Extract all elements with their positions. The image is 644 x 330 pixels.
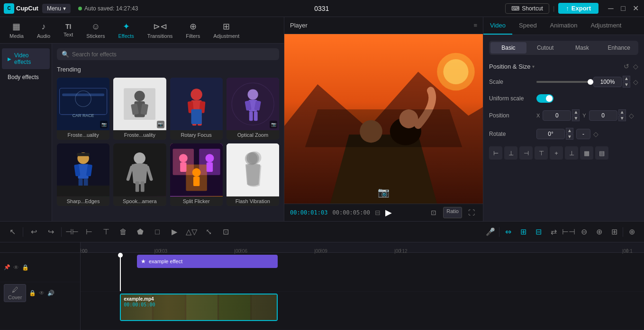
list-view-icon[interactable]: ⊟ — [375, 209, 381, 216]
x-value[interactable]: 0 — [543, 110, 571, 121]
redo-button[interactable]: ↪ — [44, 225, 57, 239]
effect-card-spooky[interactable]: Spook...amera — [113, 143, 166, 205]
tab-adjustment[interactable]: Adjustment — [584, 17, 628, 35]
effect-card-rotary[interactable]: Rotary Focus — [170, 78, 223, 140]
crop2-tool[interactable]: ⊡ — [219, 225, 232, 239]
cut-tool[interactable]: ⊤ — [100, 225, 113, 239]
search-input[interactable] — [72, 51, 274, 58]
menu-button[interactable]: Menu ▾ — [42, 4, 71, 13]
toolbar-stickers[interactable]: ☺ Stickers — [81, 20, 110, 41]
y-value[interactable]: 0 — [589, 110, 617, 121]
scale-slider[interactable] — [536, 81, 590, 83]
mic-icon[interactable]: 🎤 — [484, 225, 497, 239]
video-clip[interactable]: example.mp4 00:00:05:00 — [120, 294, 278, 321]
transform-tool[interactable]: ⤡ — [202, 225, 215, 239]
y-down[interactable]: ▼ — [618, 116, 626, 121]
shortcut-button[interactable]: ⌨ Shortcut — [505, 3, 549, 14]
toolbar-media[interactable]: ▦ Media — [4, 19, 29, 41]
distribute-v[interactable]: ▤ — [595, 146, 608, 160]
toolbar-audio[interactable]: ♪ Audio — [31, 20, 56, 41]
freeze-tool[interactable]: △▽ — [185, 225, 198, 239]
cursor-tool[interactable]: ↖ — [6, 225, 19, 239]
close-button[interactable]: ✕ — [631, 4, 640, 13]
rotate-extra[interactable]: - — [576, 129, 590, 139]
toolbar-filters[interactable]: ⊕ Filters — [180, 19, 206, 41]
player-menu-icon[interactable]: ≡ — [473, 22, 477, 29]
track-lock-icon[interactable]: 🔒 — [29, 290, 36, 296]
scale-down[interactable]: ▼ — [623, 82, 630, 88]
fullscreen-icon[interactable]: ⛶ — [466, 207, 477, 218]
align-left[interactable]: ⊢ — [489, 146, 502, 160]
search-bar[interactable]: 🔍 — [57, 48, 279, 60]
rotate-up[interactable]: ▲ — [566, 128, 573, 134]
delete-tool[interactable]: 🗑 — [117, 225, 130, 239]
rotate-down[interactable]: ▼ — [566, 134, 573, 140]
sidebar-item-video-effects[interactable]: ▶ Video effects — [2, 48, 50, 69]
minimize-button[interactable]: ─ — [606, 4, 616, 13]
position-keyframe[interactable]: ◇ — [629, 112, 634, 119]
trim-tool[interactable]: ⊢ — [82, 225, 96, 239]
toolbar-effects[interactable]: ✦ Effects — [112, 19, 139, 41]
tab-speed[interactable]: Speed — [512, 17, 544, 35]
effect-card-split[interactable]: Split Flicker — [170, 143, 223, 205]
align-center-v[interactable]: + — [550, 146, 563, 160]
scale-keyframe[interactable]: ◇ — [633, 78, 638, 86]
shape-tool[interactable]: ⬟ — [134, 225, 147, 239]
distribute-h[interactable]: ▦ — [580, 146, 593, 160]
effect-card-frosty2[interactable]: 📷 Froste...uality — [113, 78, 166, 140]
effect-card-optical[interactable]: 📷 Optical Zoom — [227, 78, 279, 140]
tab-video[interactable]: Video — [483, 17, 512, 35]
uniform-scale-toggle[interactable] — [536, 94, 553, 103]
tab-animation[interactable]: Animation — [544, 17, 584, 35]
crop-tool[interactable]: □ — [151, 225, 164, 239]
track-eye-icon[interactable]: 👁 — [39, 290, 45, 296]
rotate-keyframe[interactable]: ◇ — [593, 130, 599, 138]
fullscreen-crop-icon[interactable]: ⊡ — [428, 207, 439, 218]
pin-icon[interactable]: 📌 — [4, 264, 10, 270]
undo-button[interactable]: ↩ — [27, 225, 40, 239]
ratio-badge[interactable]: Ratio — [443, 207, 462, 218]
export-button[interactable]: ↑ Export — [558, 3, 599, 14]
playhead[interactable] — [120, 253, 121, 291]
align-top[interactable]: ⊤ — [535, 146, 548, 160]
cover-button[interactable]: 🖊 Cover — [4, 284, 26, 302]
basic-tab-mask[interactable]: Mask — [564, 42, 600, 54]
maximize-button[interactable]: □ — [618, 4, 628, 13]
add-track-icon[interactable]: ⊕ — [625, 225, 638, 239]
merge-clips-icon[interactable]: ⊞ — [517, 225, 530, 239]
toolbar-transitions[interactable]: ⊳⊲ Transitions — [142, 19, 178, 41]
scale-up[interactable]: ▲ — [623, 76, 630, 81]
track-speaker-icon[interactable]: 🔊 — [47, 290, 54, 296]
y-up[interactable]: ▲ — [618, 109, 626, 115]
basic-tab-basic[interactable]: Basic — [490, 42, 526, 54]
split-tool[interactable]: ⊣⊢ — [65, 225, 79, 239]
basic-tab-cutout[interactable]: Cutout — [527, 42, 563, 54]
sidebar-item-body-effects[interactable]: Body effects — [2, 70, 50, 84]
reset-icon[interactable]: ↺ — [624, 62, 629, 70]
align-bottom[interactable]: ⊥ — [565, 146, 578, 160]
basic-tab-enhance[interactable]: Enhance — [601, 42, 637, 54]
align-center-h[interactable]: ⊥ — [504, 146, 517, 160]
effect-card-flash[interactable]: Flash Vibration — [227, 143, 279, 205]
play-button[interactable]: ▶ — [385, 207, 392, 218]
x-up[interactable]: ▲ — [572, 109, 580, 115]
rotate-value[interactable]: 0° — [536, 129, 565, 139]
lock-icon[interactable]: 🔒 — [22, 264, 29, 271]
effect-clip[interactable]: ★ example effect — [137, 255, 278, 268]
effect-card-sharp[interactable]: Sharp...Edges — [57, 143, 109, 205]
zoom-in-icon[interactable]: ⊕ — [592, 225, 606, 239]
x-down[interactable]: ▼ — [572, 116, 580, 121]
replace-icon[interactable]: ⇄ — [547, 225, 560, 239]
align-right[interactable]: ⊣ — [519, 146, 533, 160]
toolbar-text[interactable]: TI Text — [58, 21, 79, 39]
eye-icon[interactable]: 👁 — [13, 264, 19, 271]
effect-card-frosty1[interactable]: CAR RACE 📷 Froste...uality — [57, 78, 109, 140]
group-icon[interactable]: ⊢⊣ — [562, 225, 575, 239]
toolbar-adjustment[interactable]: ⊞ Adjustment — [208, 19, 245, 41]
keyframe-icon[interactable]: ◇ — [633, 62, 638, 70]
zoom-out-icon[interactable]: ⊖ — [577, 225, 590, 239]
scale-thumb[interactable] — [588, 79, 593, 85]
fit-icon[interactable]: ⊞ — [608, 225, 621, 239]
clip-settings-icon[interactable]: ⊟ — [532, 225, 545, 239]
link-clips-icon[interactable]: ⇔ — [501, 225, 515, 239]
